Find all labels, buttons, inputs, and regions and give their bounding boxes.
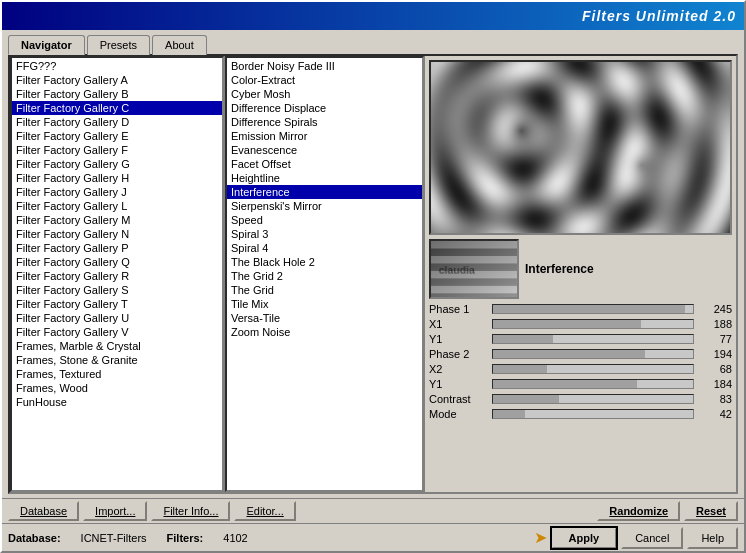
category-list-item[interactable]: Filter Factory Gallery A — [12, 73, 222, 87]
main-window: Filters Unlimited 2.0 Navigator Presets … — [0, 0, 746, 553]
title-bar: Filters Unlimited 2.0 — [2, 2, 744, 30]
filter-list-item[interactable]: Cyber Mosh — [227, 87, 422, 101]
param-row: X268 — [429, 363, 732, 375]
filter-list-item[interactable]: The Black Hole 2 — [227, 255, 422, 269]
app-title: Filters Unlimited 2.0 — [582, 8, 736, 24]
filters-label: Filters: — [167, 532, 204, 544]
category-list-item[interactable]: Filter Factory Gallery F — [12, 143, 222, 157]
filter-list[interactable]: Border Noisy Fade IIIColor-ExtractCyber … — [225, 56, 424, 492]
category-list-item[interactable]: Filter Factory Gallery B — [12, 87, 222, 101]
tab-navigator[interactable]: Navigator — [8, 35, 85, 55]
param-label: Y1 — [429, 333, 489, 345]
category-list-item[interactable]: Filter Factory Gallery G — [12, 157, 222, 171]
category-list-item[interactable]: Frames, Wood — [12, 381, 222, 395]
param-label: X1 — [429, 318, 489, 330]
filter-list-item[interactable]: The Grid — [227, 283, 422, 297]
category-list-item[interactable]: Filter Factory Gallery T — [12, 297, 222, 311]
param-value: 42 — [697, 408, 732, 420]
help-button[interactable]: Help — [687, 527, 738, 549]
action-bar: Database Import... Filter Info... Editor… — [2, 498, 744, 523]
param-slider[interactable] — [492, 379, 694, 389]
category-list-item[interactable]: Filter Factory Gallery V — [12, 325, 222, 339]
param-value: 188 — [697, 318, 732, 330]
filter-list-item[interactable]: Border Noisy Fade III — [227, 59, 422, 73]
left-panel: FFG???Filter Factory Gallery AFilter Fac… — [10, 56, 225, 492]
category-list-item[interactable]: Filter Factory Gallery M — [12, 213, 222, 227]
category-list-item[interactable]: Frames, Stone & Granite — [12, 353, 222, 367]
category-list-item[interactable]: Filter Factory Gallery S — [12, 283, 222, 297]
param-slider[interactable] — [492, 409, 694, 419]
middle-panel: Border Noisy Fade IIIColor-ExtractCyber … — [225, 56, 425, 492]
randomize-button[interactable]: Randomize — [597, 501, 680, 521]
filter-list-item[interactable]: Speed — [227, 213, 422, 227]
editor-button[interactable]: Editor... — [234, 501, 295, 521]
filter-list-item[interactable]: Color-Extract — [227, 73, 422, 87]
param-row: Mode42 — [429, 408, 732, 420]
tab-about[interactable]: About — [152, 35, 207, 55]
filter-list-container: Border Noisy Fade IIIColor-ExtractCyber … — [225, 56, 424, 492]
filter-list-item[interactable]: The Grid 2 — [227, 269, 422, 283]
param-value: 194 — [697, 348, 732, 360]
database-value: ICNET-Filters — [81, 532, 147, 544]
filter-list-item[interactable]: Evanescence — [227, 143, 422, 157]
filter-list-item[interactable]: Sierpenski's Mirror — [227, 199, 422, 213]
filters-value: 4102 — [223, 532, 247, 544]
param-slider[interactable] — [492, 349, 694, 359]
filter-info-button[interactable]: Filter Info... — [151, 501, 230, 521]
category-list-item[interactable]: Filter Factory Gallery N — [12, 227, 222, 241]
filter-list-item[interactable]: Zoom Noise — [227, 325, 422, 339]
param-row: Y177 — [429, 333, 732, 345]
category-list-item[interactable]: FFG??? — [12, 59, 222, 73]
param-slider[interactable] — [492, 304, 694, 314]
param-row: Y1184 — [429, 378, 732, 390]
param-slider[interactable] — [492, 319, 694, 329]
param-label: Mode — [429, 408, 489, 420]
tab-presets[interactable]: Presets — [87, 35, 150, 55]
category-list-item[interactable]: FunHouse — [12, 395, 222, 409]
category-list-container: FFG???Filter Factory Gallery AFilter Fac… — [10, 56, 224, 492]
param-slider[interactable] — [492, 364, 694, 374]
filter-list-item[interactable]: Emission Mirror — [227, 129, 422, 143]
category-list[interactable]: FFG???Filter Factory Gallery AFilter Fac… — [10, 56, 224, 492]
category-list-item[interactable]: Filter Factory Gallery L — [12, 199, 222, 213]
filter-list-item[interactable]: Heightline — [227, 171, 422, 185]
filter-list-item[interactable]: Facet Offset — [227, 157, 422, 171]
selected-filter-name: Interference — [525, 262, 732, 276]
param-row: Phase 2194 — [429, 348, 732, 360]
right-panel: Interference Phase 1245X1188Y177Phase 21… — [425, 56, 736, 492]
param-row: X1188 — [429, 318, 732, 330]
param-label: Y1 — [429, 378, 489, 390]
category-list-item[interactable]: Filter Factory Gallery J — [12, 185, 222, 199]
category-list-item[interactable]: Filter Factory Gallery R — [12, 269, 222, 283]
category-list-item[interactable]: Filter Factory Gallery E — [12, 129, 222, 143]
filter-list-item[interactable]: Spiral 4 — [227, 241, 422, 255]
category-list-item[interactable]: Frames, Marble & Crystal — [12, 339, 222, 353]
param-value: 77 — [697, 333, 732, 345]
filter-list-item[interactable]: Spiral 3 — [227, 227, 422, 241]
thumbnail — [429, 239, 519, 299]
param-slider[interactable] — [492, 334, 694, 344]
import-button[interactable]: Import... — [83, 501, 147, 521]
param-label: Phase 1 — [429, 303, 489, 315]
category-list-item[interactable]: Filter Factory Gallery C — [12, 101, 222, 115]
filter-list-item[interactable]: Difference Displace — [227, 101, 422, 115]
category-list-item[interactable]: Filter Factory Gallery Q — [12, 255, 222, 269]
filter-list-item[interactable]: Versa-Tile — [227, 311, 422, 325]
status-bar: Database: ICNET-Filters Filters: 4102 ➤ … — [2, 523, 744, 551]
param-row: Contrast83 — [429, 393, 732, 405]
param-slider[interactable] — [492, 394, 694, 404]
filter-list-item[interactable]: Tile Mix — [227, 297, 422, 311]
category-list-item[interactable]: Filter Factory Gallery H — [12, 171, 222, 185]
apply-button[interactable]: Apply — [551, 527, 618, 549]
param-value: 245 — [697, 303, 732, 315]
filter-list-item[interactable]: Difference Spirals — [227, 115, 422, 129]
category-list-item[interactable]: Filter Factory Gallery D — [12, 115, 222, 129]
thumbnail-row: Interference — [429, 239, 732, 299]
category-list-item[interactable]: Filter Factory Gallery U — [12, 311, 222, 325]
category-list-item[interactable]: Filter Factory Gallery P — [12, 241, 222, 255]
reset-button[interactable]: Reset — [684, 501, 738, 521]
category-list-item[interactable]: Frames, Textured — [12, 367, 222, 381]
database-button[interactable]: Database — [8, 501, 79, 521]
cancel-button[interactable]: Cancel — [621, 527, 683, 549]
filter-list-item[interactable]: Interference — [227, 185, 422, 199]
